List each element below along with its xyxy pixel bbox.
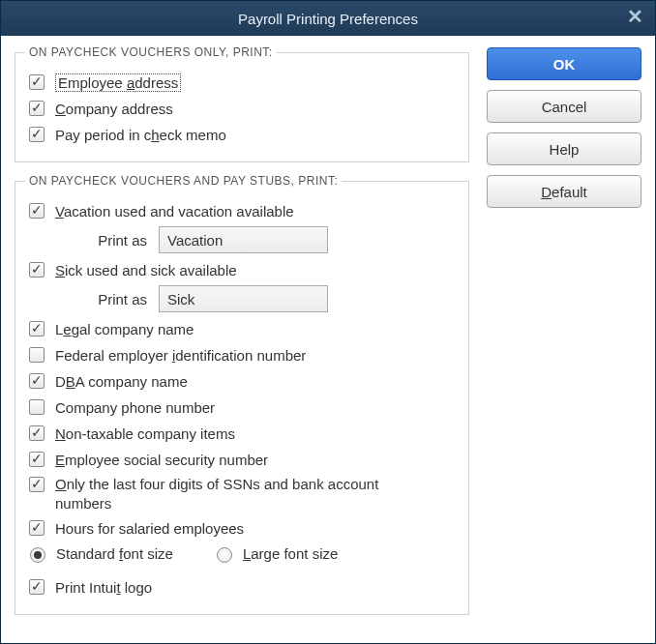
nontaxable-label: Non-taxable company items [55, 425, 235, 442]
row-intuit-logo: Print Intuit logo [25, 576, 459, 598]
hours-salaried-label: Hours for salaried employees [55, 520, 244, 537]
legal-name-checkbox[interactable] [29, 321, 45, 337]
company-phone-label: Company phone number [55, 399, 215, 416]
legal-name-label: Legal company name [55, 321, 194, 337]
titlebar: Payroll Printing Preferences ✕ [1, 1, 655, 36]
row-company-phone: Company phone number [25, 396, 459, 418]
row-vacation: Vacation used and vacation available [25, 200, 459, 221]
intuit-logo-label: Print Intuit logo [55, 579, 152, 596]
last4-label: Only the last four digits of SSNs and ba… [55, 475, 423, 512]
pay-period-memo-label: Pay period in check memo [55, 127, 226, 143]
pay-period-memo-checkbox[interactable] [29, 127, 45, 142]
employee-address-checkbox[interactable] [29, 74, 45, 90]
close-icon[interactable]: ✕ [624, 7, 645, 28]
ok-button[interactable]: OK [487, 47, 641, 80]
dialog-body: ON PAYCHECK VOUCHERS ONLY, PRINT: Employ… [1, 36, 655, 643]
row-last4: Only the last four digits of SSNs and ba… [25, 475, 459, 512]
intuit-logo-checkbox[interactable] [29, 579, 45, 595]
vacation-printas-label: Print as [79, 232, 147, 249]
row-company-address: Company address [25, 98, 459, 119]
help-button[interactable]: Help [487, 132, 641, 165]
sick-printas-input[interactable] [159, 285, 328, 312]
group-vouchers-and-stubs: ON PAYCHECK VOUCHERS AND PAY STUBS, PRIN… [15, 174, 469, 615]
ssn-checkbox[interactable] [29, 452, 45, 467]
standard-font-label: Standard font size [56, 545, 173, 562]
row-ssn: Employee social security number [25, 449, 459, 470]
sick-checkbox[interactable] [29, 262, 45, 278]
button-column: OK Cancel Help Default [487, 45, 641, 208]
standard-font-radio[interactable] [30, 547, 45, 563]
hours-salaried-checkbox[interactable] [29, 520, 45, 536]
row-hours-salaried: Hours for salaried employees [25, 517, 459, 539]
row-fein: Federal employer identification number [25, 344, 459, 366]
cancel-button[interactable]: Cancel [487, 90, 641, 123]
row-font-size: Standard font size Large font size [25, 544, 459, 563]
default-button[interactable]: Default [487, 175, 641, 208]
company-address-checkbox[interactable] [29, 101, 45, 116]
row-nontaxable: Non-taxable company items [25, 423, 459, 444]
row-dba-name: DBA company name [25, 370, 459, 392]
vacation-printas-input[interactable] [159, 226, 328, 253]
vacation-checkbox[interactable] [29, 203, 45, 219]
company-phone-checkbox[interactable] [29, 399, 45, 415]
opt-large-font: Large font size [212, 544, 338, 563]
opt-standard-font: Standard font size [25, 544, 173, 563]
group-vouchers-only-legend: ON PAYCHECK VOUCHERS ONLY, PRINT: [25, 45, 277, 59]
fein-label: Federal employer identification number [55, 347, 306, 364]
dialog-title: Payroll Printing Preferences [238, 11, 418, 27]
group-vouchers-and-stubs-legend: ON PAYCHECK VOUCHERS AND PAY STUBS, PRIN… [25, 174, 342, 188]
sick-label: Sick used and sick available [55, 262, 237, 278]
employee-address-label: Employee address [55, 74, 181, 91]
ssn-label: Employee social security number [55, 452, 268, 468]
sick-printas-label: Print as [79, 291, 147, 307]
row-sick-printas: Print as [79, 285, 459, 312]
payroll-printing-preferences-dialog: Payroll Printing Preferences ✕ ON PAYCHE… [0, 0, 656, 644]
row-pay-period-memo: Pay period in check memo [25, 124, 459, 145]
options-pane: ON PAYCHECK VOUCHERS ONLY, PRINT: Employ… [15, 45, 469, 627]
dba-name-label: DBA company name [55, 373, 188, 390]
last4-checkbox[interactable] [29, 477, 45, 492]
row-vacation-printas: Print as [79, 226, 459, 253]
nontaxable-checkbox[interactable] [29, 425, 45, 441]
vacation-label: Vacation used and vacation available [55, 203, 294, 220]
large-font-radio[interactable] [217, 547, 232, 563]
fein-checkbox[interactable] [29, 347, 45, 363]
group-vouchers-only: ON PAYCHECK VOUCHERS ONLY, PRINT: Employ… [15, 45, 469, 162]
row-employee-address: Employee address [25, 72, 459, 93]
row-legal-name: Legal company name [25, 318, 459, 339]
row-sick: Sick used and sick available [25, 259, 459, 280]
large-font-label: Large font size [243, 545, 338, 562]
dba-name-checkbox[interactable] [29, 373, 45, 389]
company-address-label: Company address [55, 101, 173, 117]
